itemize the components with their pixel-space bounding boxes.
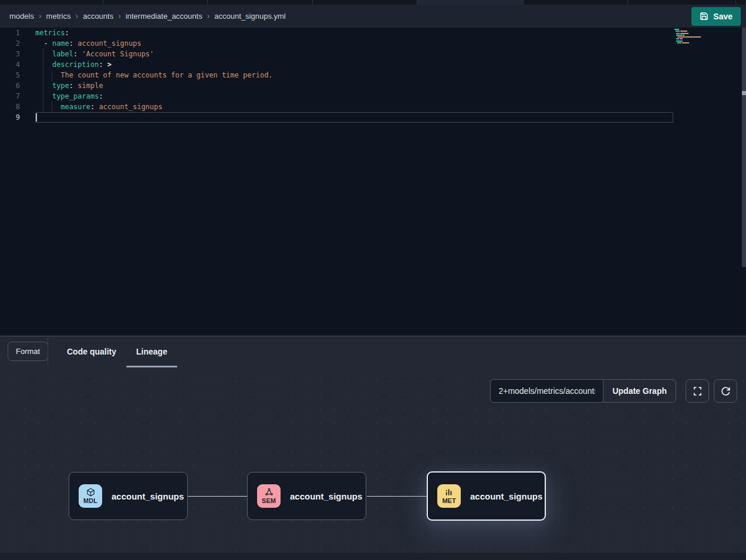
- minimap-line: [674, 44, 712, 45]
- canvas-bottom-strip: [0, 553, 746, 560]
- code-text: type_params:: [35, 91, 103, 102]
- code-line[interactable]: 8 measure: account_signups: [0, 102, 746, 112]
- lineage-controls: Update Graph: [490, 379, 737, 403]
- line-number: 4: [0, 59, 20, 70]
- code-line[interactable]: 4 description: >: [0, 59, 746, 70]
- editor-tab-strip: [0, 0, 746, 5]
- save-button-label: Save: [713, 12, 733, 21]
- lineage-node-met[interactable]: METaccount_signups: [427, 471, 546, 521]
- chevron-right-icon: ›: [39, 11, 42, 21]
- line-number: 9: [0, 112, 20, 123]
- code-line[interactable]: 1metrics:: [0, 28, 746, 38]
- code-text: - name: account_signups: [35, 38, 141, 49]
- editor-tab[interactable]: [313, 0, 417, 5]
- code-line[interactable]: 3 label: 'Account Signups': [0, 49, 746, 59]
- line-number: 7: [0, 91, 20, 102]
- lineage-selector-input[interactable]: [490, 379, 603, 403]
- node-badge: MET: [437, 484, 461, 508]
- node-badge-label: MET: [442, 497, 455, 504]
- ide-screen: models›metrics›accounts›intermediate_acc…: [0, 0, 746, 560]
- lineage-node-sem[interactable]: SEMaccount_signups: [247, 472, 366, 520]
- semantic-graph-icon: [265, 488, 274, 497]
- indent-guide: [52, 70, 52, 80]
- breadcrumb-item[interactable]: models: [9, 12, 34, 21]
- text-cursor: [36, 113, 37, 122]
- chevron-right-icon: ›: [118, 11, 121, 21]
- line-number: 8: [0, 102, 20, 112]
- code-editor[interactable]: 1metrics:2 - name: account_signups3 labe…: [0, 28, 746, 336]
- breadcrumb-item[interactable]: account_signups.yml: [214, 12, 285, 21]
- editor-tab[interactable]: [417, 0, 524, 5]
- indent-guide: [43, 49, 43, 112]
- minimap-line: [674, 33, 712, 34]
- refresh-button[interactable]: [714, 379, 737, 403]
- editor-tab[interactable]: [628, 0, 736, 5]
- code-text: type: simple: [35, 80, 103, 91]
- lineage-edge: [188, 496, 247, 497]
- code-line[interactable]: 2 - name: account_signups: [0, 38, 746, 49]
- node-badge-label: MDL: [83, 497, 97, 504]
- tab-code-quality[interactable]: Code quality: [57, 336, 126, 367]
- selector-group: Update Graph: [490, 379, 676, 403]
- fullscreen-icon: [693, 386, 703, 396]
- node-badge: MDL: [79, 484, 102, 508]
- node-badge-label: SEM: [262, 497, 276, 504]
- line-number: 3: [0, 49, 20, 59]
- editor-tab[interactable]: [208, 0, 313, 5]
- breadcrumb-item[interactable]: intermediate_accounts: [126, 12, 202, 21]
- node-badge: SEM: [257, 484, 281, 508]
- code-line[interactable]: 5 The count of new accounts for a given …: [0, 70, 746, 80]
- chevron-right-icon: ›: [207, 11, 210, 21]
- editor-tab[interactable]: [736, 0, 746, 5]
- breadcrumb: models›metrics›accounts›intermediate_acc…: [9, 12, 286, 21]
- minimap-line: [674, 41, 712, 42]
- minimap-line: [674, 36, 712, 38]
- active-line-highlight: [35, 112, 673, 123]
- node-label: account_signups: [112, 491, 184, 501]
- code-text: label: 'Account Signups': [35, 49, 154, 59]
- minimap-line: [674, 29, 712, 30]
- minimap-line: [674, 31, 712, 32]
- scrollbar-thumb[interactable]: [742, 91, 746, 95]
- indent-guide: [52, 102, 52, 112]
- breadcrumb-item[interactable]: accounts: [83, 12, 113, 21]
- code-line[interactable]: 7 type_params:: [0, 91, 746, 102]
- line-number: 2: [0, 38, 20, 49]
- update-graph-button[interactable]: Update Graph: [603, 379, 676, 403]
- fullscreen-button[interactable]: [686, 379, 709, 403]
- minimap[interactable]: [674, 29, 712, 46]
- code-lines: 1metrics:2 - name: account_signups3 labe…: [0, 28, 746, 123]
- save-button[interactable]: Save: [691, 7, 741, 26]
- editor-tab[interactable]: [103, 0, 208, 5]
- refresh-icon: [721, 386, 731, 396]
- lineage-node-mdl[interactable]: MDLaccount_signups: [69, 472, 188, 520]
- lineage-canvas[interactable]: Update Graph: [0, 370, 746, 560]
- node-label: account_signups: [290, 491, 362, 501]
- breadcrumb-bar: models›metrics›accounts›intermediate_acc…: [0, 5, 746, 28]
- cube-icon: [86, 488, 95, 497]
- editor-scrollbar[interactable]: [742, 28, 746, 267]
- chevron-right-icon: ›: [75, 11, 78, 21]
- line-number: 6: [0, 80, 20, 91]
- panel-tabs-row: Format Code qualityLineage: [0, 336, 746, 370]
- minimap-line: [674, 38, 712, 39]
- lineage-edge: [367, 496, 427, 497]
- minimap-line: [674, 42, 712, 43]
- code-line[interactable]: 6 type: simple: [0, 80, 746, 91]
- minimap-line: [674, 35, 712, 36]
- code-text: description: >: [35, 59, 112, 70]
- save-icon: [700, 12, 708, 21]
- editor-tab[interactable]: [524, 0, 628, 5]
- line-number: 5: [0, 70, 20, 80]
- format-button[interactable]: Format: [8, 342, 48, 361]
- code-text: metrics:: [35, 28, 69, 38]
- tab-lineage[interactable]: Lineage: [126, 336, 177, 367]
- editor-tab[interactable]: [0, 0, 103, 5]
- code-text: The count of new accounts for a given ti…: [35, 70, 273, 80]
- bar-chart-icon: [445, 488, 454, 497]
- code-text: measure: account_signups: [35, 102, 163, 112]
- panel-tabs: Code qualityLineage: [57, 336, 177, 367]
- breadcrumb-item[interactable]: metrics: [46, 12, 71, 21]
- divider: [48, 338, 48, 365]
- node-label: account_signups: [470, 491, 542, 501]
